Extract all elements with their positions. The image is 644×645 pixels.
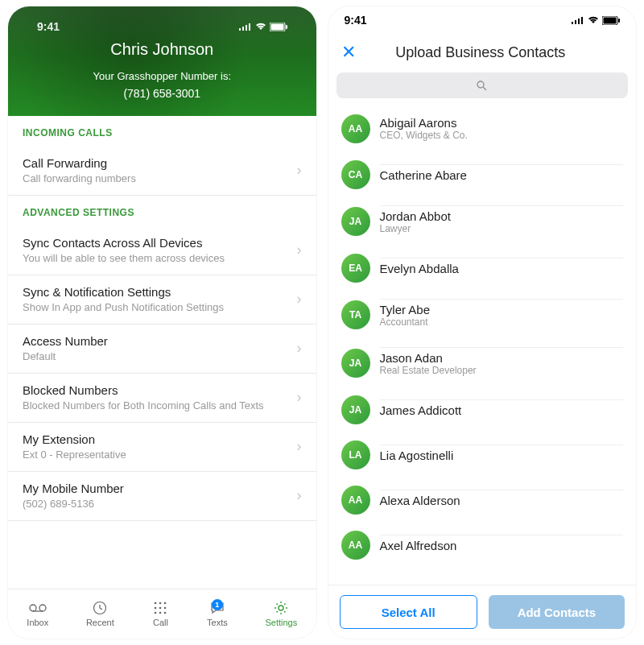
- signal-icon: [239, 23, 252, 31]
- wifi-icon: [588, 16, 599, 24]
- row-title: Access Number: [23, 334, 297, 348]
- svg-point-19: [164, 612, 167, 614]
- avatar: CA: [341, 160, 370, 189]
- signal-icon: [572, 16, 584, 24]
- avatar: AA: [341, 531, 370, 560]
- contact-row[interactable]: AAAbigail AaronsCEO, Widgets & Co.: [328, 105, 637, 152]
- contact-row[interactable]: JAJordan AbbotLawyer: [328, 197, 637, 246]
- row-sync-contacts[interactable]: Sync Contacts Across All Devices You wil…: [8, 226, 316, 275]
- chevron-right-icon: ›: [297, 162, 302, 179]
- tab-label: Texts: [207, 618, 228, 627]
- section-advanced-settings: ADVANCED SETTINGS: [8, 196, 316, 226]
- contact-body: Abigail AaronsCEO, Widgets & Co.: [380, 113, 624, 144]
- status-bar: 9:41: [21, 13, 303, 40]
- contact-name: Abigail Aarons: [380, 116, 624, 130]
- svg-point-20: [279, 606, 283, 610]
- row-subtitle: Ext 0 - Representative: [23, 449, 297, 461]
- svg-rect-3: [249, 23, 250, 31]
- svg-point-28: [477, 81, 484, 88]
- tab-texts[interactable]: 1 Texts: [207, 601, 228, 627]
- contact-row[interactable]: JAJames Addicott: [328, 387, 637, 432]
- contact-row[interactable]: TATyler AbeAccountant: [328, 291, 637, 339]
- upload-header: ✕ Upload Business Contacts: [328, 34, 637, 72]
- contact-name: Catherine Abare: [380, 168, 624, 182]
- contact-row[interactable]: LALia Agostinelli: [328, 432, 637, 478]
- contacts-list[interactable]: AAAbigail AaronsCEO, Widgets & Co.CACath…: [328, 103, 637, 585]
- contact-name: Jason Adan: [380, 351, 624, 365]
- svg-line-29: [483, 87, 486, 90]
- contact-name: Axel Alfredson: [380, 539, 624, 552]
- svg-point-18: [159, 612, 162, 614]
- row-title: Sync & Notification Settings: [23, 285, 297, 299]
- select-all-button[interactable]: Select All: [340, 595, 477, 629]
- contact-row[interactable]: AAAxel Alfredson: [328, 523, 637, 568]
- svg-rect-5: [270, 23, 283, 30]
- avatar: LA: [341, 440, 370, 469]
- row-access-number[interactable]: Access Number Default ›: [8, 325, 316, 374]
- svg-rect-6: [286, 25, 287, 29]
- svg-rect-27: [618, 19, 620, 23]
- row-subtitle: (502) 689-5136: [23, 498, 297, 510]
- chevron-right-icon: ›: [297, 487, 302, 504]
- tab-label: Call: [153, 618, 168, 627]
- row-blocked-numbers[interactable]: Blocked Numbers Blocked Numbers for Both…: [8, 374, 316, 423]
- tab-label: Inbox: [27, 618, 48, 627]
- svg-point-16: [164, 607, 167, 610]
- contact-body: Lia Agostinelli: [380, 444, 624, 465]
- contact-row[interactable]: AAAlexa Alderson: [328, 478, 637, 523]
- contact-role: Accountant: [380, 316, 624, 328]
- row-subtitle: Show In App and Push Notification Settin…: [23, 301, 297, 313]
- chevron-right-icon: ›: [297, 438, 302, 455]
- contact-role: Lawyer: [380, 223, 624, 234]
- svg-rect-26: [604, 17, 617, 23]
- contact-body: Axel Alfredson: [380, 535, 624, 556]
- texts-badge: 1: [212, 599, 223, 610]
- status-indicators: [572, 16, 620, 25]
- settings-list[interactable]: INCOMING CALLS Call Forwarding Call forw…: [8, 116, 316, 589]
- battery-icon: [270, 23, 287, 31]
- tab-inbox[interactable]: Inbox: [27, 601, 48, 627]
- contact-row[interactable]: CACatherine Abare: [328, 152, 637, 197]
- svg-point-15: [159, 607, 162, 610]
- tab-bar: Inbox Recent Call 1 Texts Settings: [8, 589, 316, 639]
- profile-header: 9:41 Chris Johnson Your Grasshopper Numb…: [8, 6, 316, 116]
- search-input[interactable]: [336, 72, 629, 98]
- chevron-right-icon: ›: [297, 242, 302, 258]
- row-my-mobile-number[interactable]: My Mobile Number (502) 689-5136 ›: [8, 472, 316, 521]
- tab-call[interactable]: Call: [151, 601, 169, 627]
- chevron-right-icon: ›: [297, 291, 302, 308]
- svg-rect-23: [578, 19, 580, 24]
- avatar: JA: [341, 349, 370, 378]
- close-icon[interactable]: ✕: [341, 42, 356, 63]
- contact-name: Jordan Abbot: [380, 209, 624, 223]
- row-subtitle: Default: [23, 350, 297, 362]
- gear-icon: [272, 601, 290, 615]
- contact-row[interactable]: EAEvelyn Abdalla: [328, 246, 637, 291]
- add-contacts-button[interactable]: Add Contacts: [489, 595, 625, 629]
- contact-body: Alexa Alderson: [380, 490, 624, 511]
- tab-recent[interactable]: Recent: [86, 601, 114, 627]
- svg-point-8: [39, 605, 46, 611]
- svg-point-12: [159, 602, 162, 605]
- dialpad-icon: [151, 601, 169, 615]
- row-my-extension[interactable]: My Extension Ext 0 - Representative ›: [8, 423, 316, 472]
- svg-rect-1: [242, 27, 244, 31]
- contact-name: Alexa Alderson: [380, 494, 624, 507]
- contact-body: Tyler AbeAccountant: [380, 299, 624, 331]
- tab-settings[interactable]: Settings: [265, 601, 297, 627]
- svg-point-13: [164, 602, 167, 605]
- row-sync-notifications[interactable]: Sync & Notification Settings Show In App…: [8, 275, 316, 325]
- avatar: EA: [341, 254, 370, 283]
- page-title: Upload Business Contacts: [356, 44, 606, 61]
- svg-point-17: [155, 612, 157, 614]
- row-title: My Mobile Number: [23, 482, 297, 495]
- svg-point-11: [155, 602, 157, 605]
- user-name: Chris Johnson: [21, 40, 303, 59]
- status-bar: 9:41: [328, 6, 637, 34]
- contact-row[interactable]: JAJason AdanReal Estate Developer: [328, 339, 637, 387]
- wifi-icon: [255, 23, 266, 31]
- contact-body: Evelyn Abdalla: [380, 258, 624, 279]
- row-call-forwarding[interactable]: Call Forwarding Call forwarding numbers …: [8, 147, 316, 196]
- row-subtitle: Call forwarding numbers: [23, 172, 297, 184]
- contact-body: Jordan AbbotLawyer: [380, 205, 624, 238]
